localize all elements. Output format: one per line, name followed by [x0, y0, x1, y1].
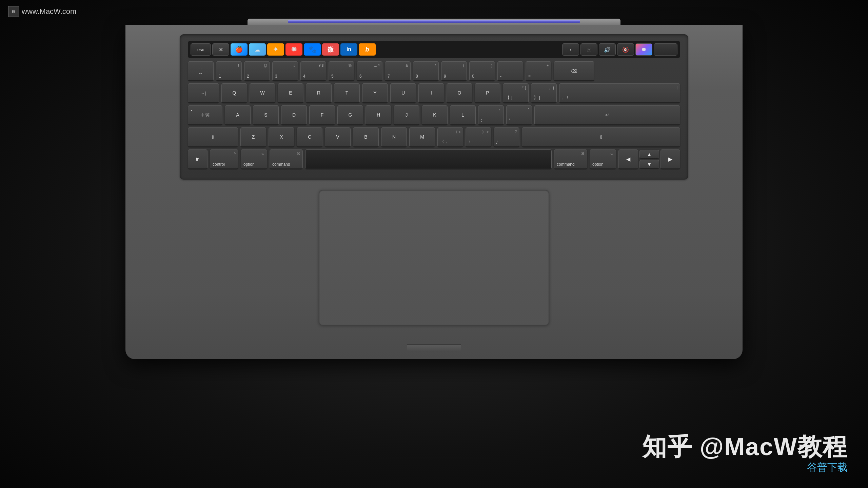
key-v[interactable]: V: [325, 127, 351, 147]
trackpad-area: [180, 190, 688, 325]
arrow-key-cluster: ◀ ▲ ▼ ▶: [618, 149, 680, 169]
tb-close-key[interactable]: ✕: [212, 43, 229, 56]
tb-icloud-key[interactable]: ☁: [249, 43, 266, 56]
key-w[interactable]: W: [250, 83, 275, 103]
key-semicolon[interactable]: ： ;: [478, 105, 504, 125]
key-m[interactable]: M: [409, 127, 435, 147]
key-2[interactable]: @ 2: [244, 61, 270, 81]
key-n[interactable]: N: [381, 127, 407, 147]
key-comma[interactable]: 《 < 〈，: [437, 127, 463, 147]
key-y[interactable]: Y: [362, 83, 388, 103]
tb-extra-key[interactable]: [654, 43, 677, 56]
key-right-command[interactable]: ⌘ command: [554, 149, 587, 169]
key-backslash[interactable]: | 、 \: [559, 83, 680, 103]
key-4[interactable]: ¥ $ 4: [300, 61, 326, 81]
key-rbracket[interactable]: 」 } 】 ]: [531, 83, 557, 103]
key-label: · ·: [199, 66, 202, 70]
key-arrow-right[interactable]: ▶: [660, 149, 680, 169]
key-6[interactable]: … ^ 6: [357, 61, 382, 81]
key-f[interactable]: F: [309, 105, 335, 125]
tb-volume-key[interactable]: 🔊: [599, 43, 616, 56]
key-q[interactable]: Q: [221, 83, 247, 103]
key-b[interactable]: B: [353, 127, 379, 147]
key-9[interactable]: ( 9: [441, 61, 467, 81]
key-equals[interactable]: + =: [526, 61, 551, 81]
key-quote[interactable]: " ': [506, 105, 532, 125]
zxcv-row: ⇧ Z X C V B N M 《 < 〈， 》 > 〉· ?: [188, 127, 680, 147]
bing-logo-text: b: [366, 46, 369, 53]
arrow-vertical-group: ▲ ▼: [639, 150, 659, 169]
tb-finder-key[interactable]: 🍎: [231, 43, 248, 56]
key-o[interactable]: O: [447, 83, 472, 103]
key-e[interactable]: E: [278, 83, 303, 103]
tb-siri-key[interactable]: ⏺: [635, 43, 652, 56]
screen-lid: [248, 19, 620, 25]
key-s[interactable]: S: [253, 105, 279, 125]
key-arrow-up[interactable]: ▲: [639, 150, 659, 159]
key-right-shift[interactable]: ⇧: [522, 127, 680, 147]
tb-red-app-key[interactable]: ✺: [285, 43, 302, 56]
tb-brightness-key[interactable]: ☼: [580, 43, 597, 56]
key-a[interactable]: A: [225, 105, 251, 125]
tb-weibo-key[interactable]: 微: [322, 43, 339, 56]
key-caps-lock[interactable]: • 中/英: [188, 105, 222, 125]
key-left-option[interactable]: ⌥ option: [241, 149, 267, 169]
key-7[interactable]: & 7: [385, 61, 411, 81]
key-h[interactable]: H: [366, 105, 391, 125]
key-control[interactable]: ^ control: [210, 149, 238, 169]
key-u[interactable]: U: [390, 83, 416, 103]
key-z[interactable]: Z: [240, 127, 266, 147]
keyboard-area: esc ✕ 🍎 ☁ ✦ ✺ 🐾 微 in b: [180, 34, 688, 180]
key-x[interactable]: X: [269, 127, 294, 147]
key-minus[interactable]: — -: [497, 61, 523, 81]
modifier-row: fn ^ control ⌥ option ⌘ command ⌘: [188, 149, 680, 169]
tb-bing-key[interactable]: b: [359, 43, 376, 56]
key-left-shift[interactable]: ⇧: [188, 127, 238, 147]
key-tab[interactable]: →|: [188, 83, 219, 103]
asdf-row: • 中/英 A S D F G H J K L ： ; " ': [188, 105, 680, 125]
key-0[interactable]: ) 0: [469, 61, 495, 81]
key-arrow-left[interactable]: ◀: [618, 149, 638, 169]
tb-back-key[interactable]: ‹: [562, 43, 579, 56]
key-3[interactable]: # 3: [272, 61, 298, 81]
trackpad[interactable]: [319, 190, 549, 325]
key-d[interactable]: D: [281, 105, 307, 125]
keyboard-body: esc ✕ 🍎 ☁ ✦ ✺ 🐾 微 in b: [125, 25, 743, 359]
tb-linkedin-key[interactable]: in: [340, 43, 357, 56]
key-8[interactable]: * 8: [413, 61, 439, 81]
macbook-illustration: esc ✕ 🍎 ☁ ✦ ✺ 🐾 微 in b: [125, 19, 743, 359]
qwerty-row: →| Q W E R T Y U I O P 「 { 【 [ 」 } 】 ]: [188, 83, 680, 103]
number-row: · · ～ ! 1 @ 2 # 3 ¥ $ 4: [188, 61, 680, 81]
key-space[interactable]: [305, 149, 552, 169]
key-g[interactable]: G: [337, 105, 363, 125]
key-t[interactable]: T: [334, 83, 360, 103]
key-k[interactable]: K: [422, 105, 448, 125]
key-5[interactable]: % 5: [329, 61, 354, 81]
key-lbracket[interactable]: 「 { 【 [: [503, 83, 529, 103]
key-right-option[interactable]: ⌥ option: [590, 149, 616, 169]
tb-mute-key[interactable]: 🔇: [617, 43, 634, 56]
key-i[interactable]: I: [418, 83, 444, 103]
key-tilde[interactable]: · · ～: [188, 61, 214, 81]
key-c[interactable]: C: [297, 127, 322, 147]
key-slash[interactable]: ? /: [494, 127, 519, 147]
site-url: www.MacW.com: [22, 7, 76, 16]
key-arrow-down[interactable]: ▼: [639, 160, 659, 169]
key-enter[interactable]: ↵: [534, 105, 680, 125]
key-r[interactable]: R: [306, 83, 332, 103]
key-period[interactable]: 》 > 〉·: [466, 127, 491, 147]
watermark-top: 🖥 www.MacW.com: [8, 6, 76, 17]
tb-esc-key[interactable]: esc: [191, 43, 211, 56]
key-l[interactable]: L: [450, 105, 476, 125]
key-j[interactable]: J: [394, 105, 419, 125]
tb-orange-app-key[interactable]: ✦: [267, 43, 284, 56]
key-fn[interactable]: fn: [188, 149, 208, 169]
bottom-connector: [407, 344, 461, 352]
key-backspace[interactable]: ⌫: [554, 61, 594, 81]
key-1[interactable]: ! 1: [216, 61, 242, 81]
key-left-command[interactable]: ⌘ command: [270, 149, 303, 169]
key-p[interactable]: P: [475, 83, 500, 103]
site-icon: 🖥: [8, 6, 19, 17]
tb-paw-key[interactable]: 🐾: [304, 43, 321, 56]
watermark-bottom: 知乎 @MacW教程 谷普下载: [642, 431, 848, 474]
